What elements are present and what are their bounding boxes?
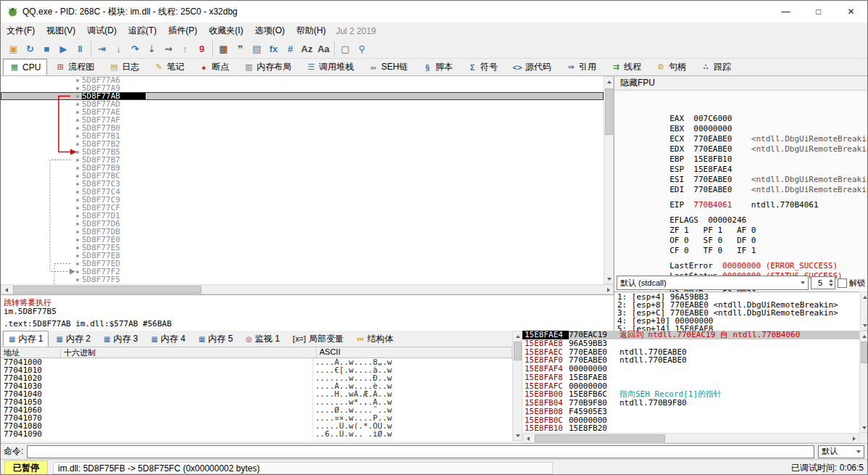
- stack-row[interactable]: 15E8FAE8 96A59BB3: [522, 339, 859, 348]
- breakpoint-dot[interactable]: [73, 268, 82, 276]
- breakpoint-dot[interactable]: [73, 164, 82, 172]
- memory-window-icon[interactable]: ▢: [337, 41, 354, 57]
- memory-row[interactable]: 77041030 0C 00 0E 00 C0 8B 04 77 05 00 0…: [1, 382, 512, 390]
- scroll-up-icon[interactable]: [861, 292, 868, 302]
- tab-locals[interactable]: [x=] 局部变量: [287, 331, 349, 347]
- open-file-icon[interactable]: ▣: [5, 41, 22, 57]
- minimize-button[interactable]: —: [769, 1, 802, 22]
- stack-vertical-scrollbar[interactable]: [859, 331, 868, 433]
- tab-symbols[interactable]: Σ 符号: [461, 59, 504, 75]
- tab-watch-1[interactable]: ◎ 监视 1: [240, 331, 285, 347]
- scroll-thumb[interactable]: [861, 342, 867, 363]
- menu-debug[interactable]: 调试(D): [81, 22, 122, 39]
- memory-dump[interactable]: 77041000 16 04 13 08 C0 8B 04 77 14 00 1…: [1, 358, 512, 441]
- memory-row[interactable]: 77041050 1C 00 1E 00 14 8D 04 77 2A 0C 2…: [1, 398, 512, 406]
- tab-references[interactable]: ⇒ 引用: [559, 59, 603, 75]
- calling-convention-select[interactable]: 默认 (stdcall): [617, 276, 809, 290]
- register-row[interactable]: EAX 007C6000: [622, 94, 868, 104]
- stack-view[interactable]: 15E8FAE4 770EAC19 返回到 ntdll.770EAC19 自 n…: [522, 331, 859, 433]
- font-icon[interactable]: Aa: [315, 41, 332, 57]
- breakpoint-dot[interactable]: [73, 108, 82, 116]
- step-into-icon[interactable]: ↓: [110, 41, 127, 57]
- scroll-down-icon[interactable]: [860, 423, 868, 432]
- command-input[interactable]: [27, 445, 814, 458]
- call-arguments-list[interactable]: 1: [esp+4] 96A59BB32: [esp+8] 770EABE0 <…: [614, 292, 859, 331]
- arg-count-stepper[interactable]: 5: [811, 276, 835, 289]
- breakpoint-dot[interactable]: [73, 220, 82, 228]
- memory-row[interactable]: 77041020 02 00 0E 00 00 8D 04 77 12 04 1…: [1, 374, 512, 382]
- scroll-left-icon[interactable]: [1, 285, 11, 294]
- run-icon[interactable]: ▶: [55, 41, 72, 57]
- menu-file[interactable]: 文件(F): [1, 22, 41, 39]
- functions-icon[interactable]: fx: [265, 41, 282, 57]
- tab-threads[interactable]: ⇉ 线程: [604, 59, 648, 75]
- breakpoint-dot[interactable]: [73, 116, 82, 124]
- scroll-down-icon[interactable]: [861, 321, 868, 330]
- memory-row[interactable]: 77041080 1C 00 1E 00 0C D9 04 77 28 00 2…: [1, 422, 512, 430]
- breakpoint-dot[interactable]: [73, 84, 82, 92]
- scroll-up-icon[interactable]: [860, 331, 868, 341]
- labels-icon[interactable]: ▤: [249, 41, 265, 57]
- tab-memory-map[interactable]: ▥ 内存布局: [237, 59, 298, 75]
- scroll-right-icon[interactable]: [604, 285, 613, 294]
- comments-icon[interactable]: ❞: [232, 41, 249, 57]
- tab-script[interactable]: § 脚本: [416, 59, 459, 75]
- memory-row[interactable]: 77041000 16 04 13 08 C0 8B 04 77 14 00 1…: [1, 358, 512, 366]
- strings-icon[interactable]: Az: [299, 41, 315, 57]
- stack-row[interactable]: 15E8FB04 770B9F80 ntdll.770B9F80: [522, 399, 859, 408]
- hide-fpu-button[interactable]: 隐藏FPU: [614, 76, 868, 91]
- menu-help[interactable]: 帮助(H): [291, 22, 332, 39]
- breakpoint-dot[interactable]: [73, 100, 82, 108]
- disasm-row[interactable]: 5D8F77F5 897D F8 mov dword ptr ss:[ebp-8…: [1, 276, 604, 284]
- tab-dump-1[interactable]: ▦ 内存 1: [3, 331, 49, 347]
- breakpoint-dot[interactable]: [73, 188, 82, 196]
- maximize-button[interactable]: □: [802, 1, 835, 22]
- tab-graph[interactable]: ⊞ 流程图: [49, 59, 101, 75]
- args-vertical-scrollbar[interactable]: [860, 292, 868, 331]
- tab-cpu[interactable]: ▦ CPU: [3, 59, 47, 75]
- stack-row[interactable]: 15E8FAF8 15E8FAE8: [522, 373, 859, 382]
- command-profile-select[interactable]: 默认: [818, 445, 864, 458]
- tab-log[interactable]: ▤ 日志: [102, 59, 146, 75]
- stack-row[interactable]: 15E8FB10 15E8FB20: [522, 424, 859, 433]
- skip-icon[interactable]: 9: [193, 41, 210, 57]
- tab-dump-2[interactable]: ▦ 内存 2: [50, 331, 96, 347]
- unlock-checkbox[interactable]: 解锁: [838, 278, 867, 289]
- tab-breakpoints[interactable]: ● 断点: [192, 59, 235, 75]
- run-to-user-code-icon[interactable]: ⇥: [93, 41, 110, 57]
- scroll-thumb[interactable]: [535, 434, 665, 442]
- breakpoint-dot[interactable]: [73, 244, 82, 252]
- stack-row[interactable]: 15E8FAE4 770EAC19 返回到 ntdll.770EAC19 自 n…: [522, 331, 859, 339]
- execute-till-return-icon[interactable]: ↑: [177, 41, 193, 57]
- tab-handles[interactable]: ⚙ 句柄: [649, 59, 693, 75]
- breakpoint-dot[interactable]: [73, 132, 82, 140]
- scroll-thumb[interactable]: [514, 342, 522, 360]
- scroll-up-icon[interactable]: [604, 77, 614, 86]
- breakpoint-dot[interactable]: [73, 148, 82, 156]
- disassembly-view[interactable]: 5D8F77A6 897D F4 mov dword ptr ss:[ebp-C…: [1, 76, 604, 284]
- disasm-horizontal-scrollbar[interactable]: [1, 284, 614, 294]
- menu-view[interactable]: 视图(V): [41, 22, 81, 39]
- memory-row[interactable]: 77041010 12 04 11 08 80 5B 04 77 0E 00 1…: [1, 366, 512, 374]
- menu-favourites[interactable]: 收藏夹(I): [203, 22, 249, 39]
- memory-row[interactable]: 77041070 08 00 0A 00 A4 D7 04 77 18 00 1…: [1, 414, 512, 422]
- breakpoint-dot[interactable]: [73, 140, 82, 148]
- search-icon[interactable]: ⚲: [354, 41, 370, 57]
- scroll-up-icon[interactable]: [513, 331, 522, 341]
- stack-horizontal-scrollbar[interactable]: [522, 433, 859, 443]
- breakpoint-dot[interactable]: [73, 156, 82, 164]
- tab-seh[interactable]: ∞ SEH链: [362, 59, 414, 75]
- memory-row[interactable]: 77041090 04 00 36 00 0C D9 04 77 1E 00 2…: [1, 430, 512, 438]
- tab-struct[interactable]: ≔ 结构体: [351, 331, 399, 347]
- scroll-right-icon[interactable]: [849, 434, 859, 443]
- tab-dump-5[interactable]: ▦ 内存 5: [193, 331, 238, 347]
- menu-plugins[interactable]: 插件(P): [162, 22, 203, 39]
- memory-row[interactable]: 77041060 08 00 0A 00 D8 8B 04 77 02 04 0…: [1, 406, 512, 414]
- scroll-left-icon[interactable]: [523, 434, 533, 443]
- step-over-icon[interactable]: ↷: [127, 41, 143, 57]
- scroll-thumb[interactable]: [605, 88, 613, 135]
- breakpoint-dot[interactable]: [73, 76, 82, 84]
- breakpoint-dot[interactable]: [73, 172, 82, 180]
- patches-icon[interactable]: ▦: [215, 41, 232, 57]
- scroll-down-icon[interactable]: [513, 431, 522, 440]
